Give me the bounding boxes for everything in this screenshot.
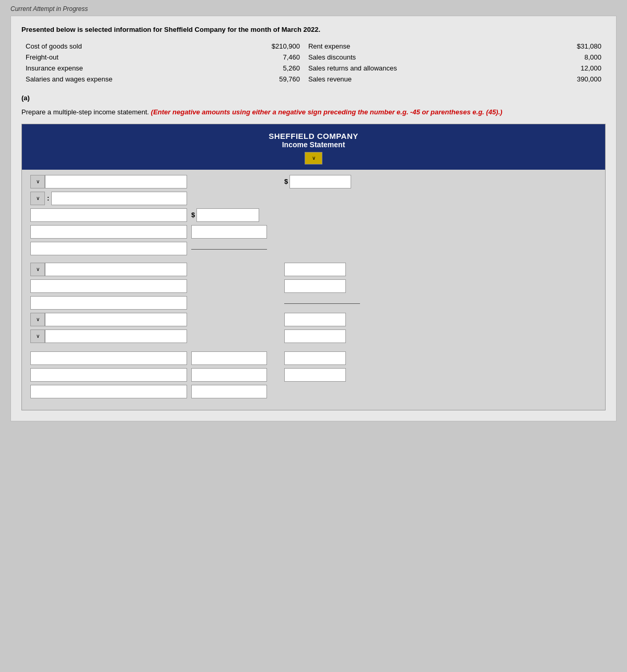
item-label-7: Sales returns and allowances xyxy=(304,63,512,74)
stmt-row-1: ∨ $ xyxy=(30,175,597,188)
row3-dollar-sign: $ xyxy=(191,211,195,219)
chevron-down-icon: ∨ xyxy=(36,195,40,201)
section-a-label: (a) xyxy=(21,94,606,102)
instruction-text: Prepare a multiple-step income statement… xyxy=(21,107,606,117)
row9-right-value-input[interactable] xyxy=(284,313,346,326)
row1-label-input[interactable] xyxy=(45,175,187,188)
presented-text: Presented below is selected information … xyxy=(21,26,606,33)
colon-separator: : xyxy=(47,194,49,202)
row5-label-input[interactable] xyxy=(30,242,187,255)
row2-label-input[interactable] xyxy=(51,192,187,205)
row2-dropdown[interactable]: ∨ xyxy=(30,192,45,205)
item-label-5: Rent expense xyxy=(304,41,512,52)
row11-right-value-input[interactable] xyxy=(284,351,346,365)
statement-title: Income Statement xyxy=(27,140,600,149)
stmt-row-13 xyxy=(30,385,597,398)
stmt-row-3: $ xyxy=(30,208,597,222)
stmt-row-4 xyxy=(30,225,597,239)
stmt-row-8 xyxy=(30,296,597,310)
row3-mid-value-input[interactable] xyxy=(196,208,259,222)
row8-label-input[interactable] xyxy=(30,296,187,310)
item-value-6: 8,000 xyxy=(512,52,606,63)
row9-dropdown[interactable]: ∨ xyxy=(30,313,45,326)
row4-mid-value-input[interactable] xyxy=(191,225,267,239)
row10-label-input[interactable] xyxy=(45,329,187,343)
item-value-5: $31,080 xyxy=(512,41,606,52)
chevron-down-icon: ∨ xyxy=(36,266,40,272)
item-label-4: Salaries and wages expense xyxy=(21,74,210,85)
item-label-6: Sales discounts xyxy=(304,52,512,63)
outer-card: Presented below is selected information … xyxy=(10,16,617,421)
row12-right-value-input[interactable] xyxy=(284,368,346,382)
stmt-row-7 xyxy=(30,279,597,293)
stmt-row-10: ∨ xyxy=(30,329,597,343)
item-value-3: 5,260 xyxy=(210,63,304,74)
stmt-row-6: ∨ xyxy=(30,263,597,276)
stmt-row-12 xyxy=(30,368,597,382)
item-value-2: 7,460 xyxy=(210,52,304,63)
item-value-8: 390,000 xyxy=(512,74,606,85)
row3-label-input[interactable] xyxy=(30,208,187,222)
row6-label-input[interactable] xyxy=(45,263,187,276)
header-dropdown[interactable]: ∨ xyxy=(305,152,322,164)
chevron-down-icon: ∨ xyxy=(36,316,40,322)
stmt-row-5 xyxy=(30,242,597,255)
item-value-1: $210,900 xyxy=(210,41,304,52)
income-statement-card: SHEFFIELD COMPANY Income Statement ∨ ∨ xyxy=(21,124,606,410)
row12-mid-value-input[interactable] xyxy=(191,368,267,382)
row6-right-value-input[interactable] xyxy=(284,263,346,276)
row10-dropdown[interactable]: ∨ xyxy=(30,329,45,343)
row1-dollar-sign: $ xyxy=(284,178,288,185)
row13-label-input[interactable] xyxy=(30,385,187,398)
row4-label-input[interactable] xyxy=(30,225,187,239)
row7-label-input[interactable] xyxy=(30,279,187,293)
spacer-2 xyxy=(30,346,597,351)
chevron-down-icon: ∨ xyxy=(36,333,40,339)
instruction-red: (Enter negative amounts using either a n… xyxy=(151,108,503,116)
instruction-plain: Prepare a multiple-step income statement… xyxy=(21,108,151,116)
row11-mid-value-input[interactable] xyxy=(191,351,267,365)
row1-value-input[interactable] xyxy=(289,175,351,188)
data-table: Cost of goods sold $210,900 Rent expense… xyxy=(21,41,606,85)
spacer-1 xyxy=(30,256,597,263)
row13-mid-value-input[interactable] xyxy=(191,385,267,398)
current-attempt-label: Current Attempt in Progress xyxy=(10,5,617,13)
row7-right-value-input[interactable] xyxy=(284,279,346,293)
income-body: ∨ $ ∨ : xyxy=(22,170,605,410)
row10-right-value-input[interactable] xyxy=(284,329,346,343)
row1-dropdown[interactable]: ∨ xyxy=(30,175,45,188)
item-label-8: Sales revenue xyxy=(304,74,512,85)
stmt-row-2: ∨ : xyxy=(30,192,597,205)
row12-label-input[interactable] xyxy=(30,368,187,382)
stmt-row-11 xyxy=(30,351,597,365)
chevron-down-icon: ∨ xyxy=(312,155,316,161)
item-label-3: Insurance expense xyxy=(21,63,210,74)
row9-label-input[interactable] xyxy=(45,313,187,326)
row11-label-input[interactable] xyxy=(30,351,187,365)
item-label-2: Freight-out xyxy=(21,52,210,63)
row6-dropdown[interactable]: ∨ xyxy=(30,263,45,276)
item-value-7: 12,000 xyxy=(512,63,606,74)
item-label-1: Cost of goods sold xyxy=(21,41,210,52)
income-header: SHEFFIELD COMPANY Income Statement ∨ xyxy=(22,124,605,170)
stmt-row-9: ∨ xyxy=(30,313,597,326)
company-name: SHEFFIELD COMPANY xyxy=(27,132,600,140)
chevron-down-icon: ∨ xyxy=(36,179,40,184)
item-value-4: 59,760 xyxy=(210,74,304,85)
